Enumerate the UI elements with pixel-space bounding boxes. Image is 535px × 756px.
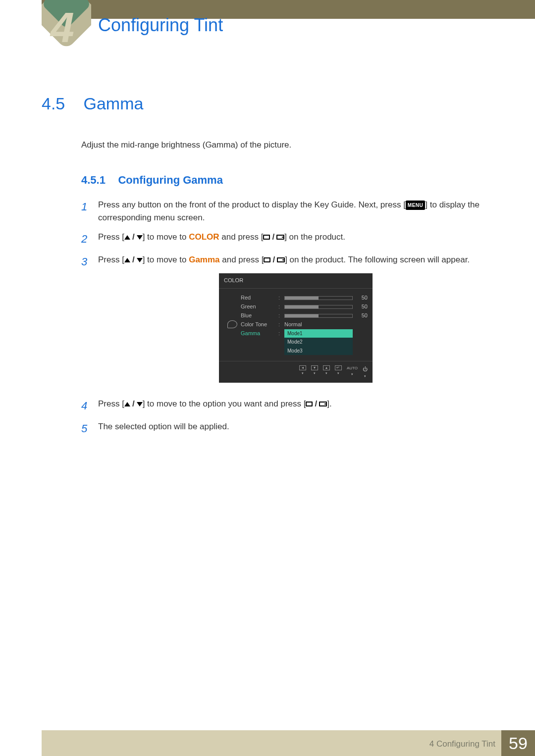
osd-label: Color Tone — [241, 320, 275, 329]
step-text: ] to move to — [143, 255, 189, 264]
osd-nav-auto: AUTO▾ — [347, 365, 358, 378]
gamma-option-mode2: Mode2 — [284, 338, 353, 347]
step-text: Press [ — [98, 399, 124, 408]
footer-chapter-num: 4 — [429, 739, 434, 749]
step-body: Press any button on the front of the pro… — [98, 199, 493, 225]
osd-nav-left-icon: ◂▾ — [299, 365, 306, 378]
osd-value: Normal — [284, 320, 353, 329]
page-number: 59 — [501, 730, 535, 756]
osd-title: COLOR — [219, 273, 373, 288]
palette-icon — [227, 320, 237, 328]
osd-value: 50 — [356, 294, 368, 302]
step-text: Press [ — [98, 255, 124, 264]
step-body: Press [/] to move to the option you want… — [98, 398, 493, 414]
step-2: 2 Press [/] to move to COLOR and press [… — [81, 231, 493, 248]
steps-list: 1 Press any button on the front of the p… — [81, 199, 493, 437]
footer-chapter-title: Configuring Tint — [436, 739, 495, 749]
step-number: 2 — [81, 231, 98, 248]
footer-caption: 4 Configuring Tint — [429, 739, 495, 749]
osd-nav-bar: ◂▾ ▾▾ ▴▾ ↵▾ AUTO▾ ⏻▾ — [219, 361, 373, 381]
step-text: ] to move to — [143, 232, 189, 242]
osd-slider — [284, 305, 353, 309]
up-down-icon: / — [124, 253, 143, 266]
osd-label: Green — [241, 302, 275, 311]
enter-icon: / — [263, 231, 284, 244]
enter-icon: / — [264, 253, 285, 266]
step-text: and press [ — [219, 232, 264, 242]
step-3: 3 Press [/] to move to Gamma and press [… — [81, 253, 493, 392]
step-text: Press any button on the front of the pro… — [98, 200, 406, 209]
section-number: 4.5 — [42, 94, 81, 113]
step-body: Press [/] to move to Gamma and press [/]… — [98, 253, 493, 392]
content-area: 4.5 Gamma Adjust the mid-range brightnes… — [42, 94, 493, 443]
step-1: 1 Press any button on the front of the p… — [81, 199, 493, 225]
osd-slider — [284, 314, 353, 318]
osd-label: Red — [241, 294, 275, 302]
step-number: 1 — [81, 199, 98, 225]
osd-row-gamma: Gamma : Mode1 Mode2 Mode3 — [241, 329, 368, 355]
osd-nav-power-icon: ⏻▾ — [363, 365, 368, 378]
step-text: and press [ — [220, 255, 264, 264]
section-title: Gamma — [83, 94, 143, 113]
osd-category-icon — [224, 294, 241, 355]
step-body: The selected option will be applied. — [98, 420, 493, 437]
osd-value: 50 — [356, 302, 368, 311]
keyword-gamma: Gamma — [189, 255, 219, 264]
step-text: Press [ — [98, 232, 124, 242]
chapter-number-decor: 4 — [51, 3, 74, 52]
step-4: 4 Press [/] to move to the option you wa… — [81, 398, 493, 414]
osd-panel: COLOR Red : 50 — [219, 273, 373, 382]
page-title: Configuring Tint — [98, 15, 223, 36]
step-text: ] on the product. The following screen w… — [285, 255, 470, 264]
osd-slider — [284, 296, 353, 300]
up-down-icon: / — [124, 231, 143, 244]
osd-label: Gamma — [241, 329, 275, 338]
up-down-icon: / — [124, 398, 143, 410]
step-number: 5 — [81, 420, 98, 437]
enter-icon: / — [306, 398, 327, 410]
osd-row-color-tone: Color Tone : Normal — [241, 320, 368, 329]
subsection-title: Configuring Gamma — [118, 174, 222, 186]
osd-rows: Red : 50 Green : 50 — [241, 294, 368, 355]
subsection-number: 4.5.1 — [81, 174, 116, 187]
step-text: ] to move to the option you want and pre… — [143, 399, 306, 408]
osd-body: Red : 50 Green : 50 — [219, 289, 373, 357]
subsection-heading: 4.5.1 Configuring Gamma — [81, 174, 493, 187]
gamma-option-mode3: Mode3 — [284, 347, 353, 355]
keyword-color: COLOR — [189, 232, 219, 242]
osd-row-red: Red : 50 — [241, 294, 368, 302]
step-number: 3 — [81, 253, 98, 392]
step-body: Press [/] to move to COLOR and press [/]… — [98, 231, 493, 248]
section-intro: Adjust the mid-range brightness (Gamma) … — [81, 140, 493, 150]
osd-nav-up-icon: ▴▾ — [323, 365, 330, 378]
step-number: 4 — [81, 398, 98, 414]
step-5: 5 The selected option will be applied. — [81, 420, 493, 437]
section-heading: 4.5 Gamma — [42, 94, 493, 113]
osd-value: 50 — [356, 311, 368, 320]
osd-row-blue: Blue : 50 — [241, 311, 368, 320]
osd-nav-enter-icon: ↵▾ — [335, 365, 342, 378]
menu-icon: MENU — [406, 201, 425, 210]
gamma-option-mode1: Mode1 — [284, 329, 353, 338]
osd-nav-down-icon: ▾▾ — [311, 365, 318, 378]
step-text: ] on the product. — [284, 232, 345, 242]
step-text: ]. — [327, 399, 331, 408]
gamma-options: Mode1 Mode2 Mode3 — [284, 329, 353, 355]
osd-row-green: Green : 50 — [241, 302, 368, 311]
left-margin — [0, 0, 42, 756]
osd-label: Blue — [241, 311, 275, 320]
